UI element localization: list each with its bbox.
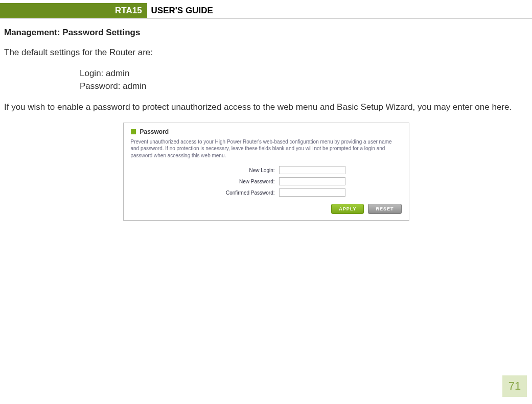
body-paragraph: If you wish to enable a password to prot…	[4, 102, 528, 113]
new-password-row: New Password:	[131, 177, 402, 185]
confirmed-password-row: Confirmed Password:	[131, 188, 402, 197]
page-content: Management: Password Settings The defaul…	[0, 18, 532, 221]
defaults-block: Login: admin Password: admin	[4, 68, 528, 92]
panel-bullet-icon	[131, 129, 136, 134]
panel-description: Prevent unauthorized access to your High…	[131, 138, 402, 159]
default-login: Login: admin	[80, 68, 528, 80]
new-login-row: New Login:	[131, 166, 402, 174]
new-password-label: New Password:	[131, 179, 279, 184]
header-accent-bar	[0, 3, 10, 18]
new-login-label: New Login:	[131, 168, 279, 173]
page-number: 71	[502, 375, 527, 397]
apply-button[interactable]: APPLY	[331, 204, 364, 214]
new-password-input[interactable]	[279, 177, 345, 185]
header-title: USER'S GUIDE	[147, 3, 213, 18]
panel-title-row: Password	[131, 128, 402, 135]
intro-text: The default settings for the Router are:	[4, 47, 528, 59]
embedded-screenshot: Password Prevent unauthorized access to …	[4, 123, 528, 221]
reset-button[interactable]: RESET	[368, 204, 401, 214]
doc-header: RTA15 USER'S GUIDE	[0, 3, 532, 18]
section-heading: Management: Password Settings	[4, 28, 528, 38]
default-password: Password: admin	[80, 81, 528, 92]
header-model: RTA15	[110, 3, 147, 18]
password-panel: Password Prevent unauthorized access to …	[123, 123, 409, 221]
header-accent-fill	[10, 3, 110, 18]
new-login-input[interactable]	[279, 166, 345, 174]
confirmed-password-input[interactable]	[279, 188, 345, 197]
panel-title: Password	[140, 128, 169, 135]
confirmed-password-label: Confirmed Password:	[131, 190, 279, 196]
button-row: APPLY RESET	[131, 204, 402, 214]
